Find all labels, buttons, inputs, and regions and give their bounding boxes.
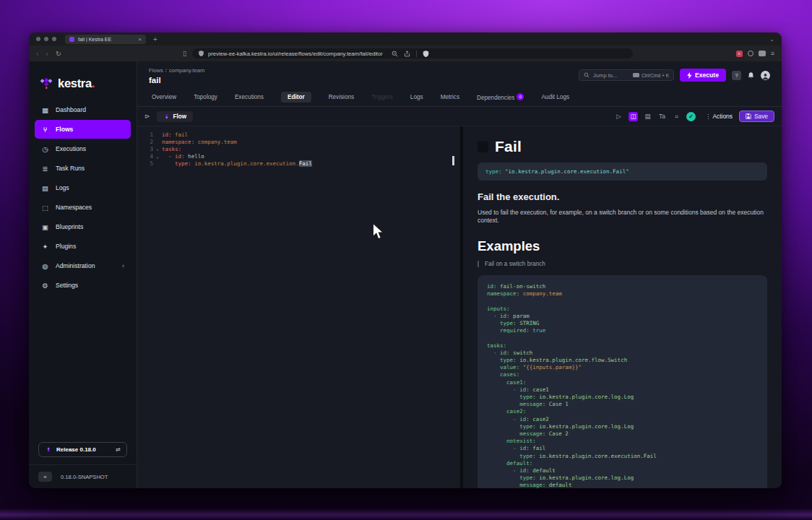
browser-profile-icon[interactable] <box>759 51 766 56</box>
editor-line: 3⌄tasks: <box>137 145 460 152</box>
code-token: Case 2 <box>545 430 569 437</box>
user-avatar[interactable] <box>761 71 770 80</box>
flow-tabbar: OverviewTopologyExecutionsEditorRevision… <box>137 87 782 107</box>
example-code-line <box>487 298 758 305</box>
release-label: Release 0.18.0 <box>56 446 96 453</box>
tab-overview-chevron-icon[interactable]: ⌄ <box>769 36 774 43</box>
flow-file-tab[interactable]: Flow <box>157 111 194 122</box>
topology-view-icon[interactable]: ⌗ <box>672 112 681 121</box>
tab-logs[interactable]: Logs <box>410 94 423 100</box>
sidebar-item-plugins[interactable]: ✦Plugins <box>35 237 131 256</box>
notifications-bell-icon[interactable] <box>747 72 755 79</box>
execute-button[interactable]: Execute <box>680 69 726 82</box>
validation-status-icon[interactable]: ✓ <box>686 112 696 121</box>
search-input[interactable]: Jump to... Ctrl/Cmd + K <box>579 69 674 81</box>
no-code-view-icon[interactable]: Ta <box>657 112 667 121</box>
split-view-icon[interactable]: ◫ <box>629 112 638 121</box>
actions-button[interactable]: ⋮Actions <box>705 113 733 120</box>
extension-icon[interactable]: ⌗ <box>736 51 743 57</box>
switch-release-icon[interactable]: ⇄ <box>116 446 121 453</box>
dependencies-count-badge: 0 <box>517 93 524 100</box>
doc-view-icon[interactable]: ▤ <box>643 112 652 121</box>
breadcrumb-namespace[interactable]: company.team <box>169 67 204 74</box>
keyboard-icon <box>633 73 639 77</box>
code-token: type: <box>519 474 536 481</box>
example-code-line: message: Case 2 <box>487 430 758 438</box>
example-code-line: default: <box>487 460 758 467</box>
tab-triggers[interactable]: Triggers <box>371 94 393 100</box>
code-token: tasks: <box>162 146 181 152</box>
tab-dependencies[interactable]: Dependencies0 <box>477 93 524 101</box>
close-tab-icon[interactable]: × <box>138 36 142 43</box>
minimize-window-button[interactable] <box>44 37 48 41</box>
window-controls[interactable] <box>36 37 56 41</box>
address-bar[interactable]: preview-ee-kafka.kestra.io/ui/release/fl… <box>192 48 633 58</box>
example-code-line: inputs: <box>487 306 758 313</box>
new-tab-button[interactable]: + <box>153 35 157 43</box>
code-token: io.kestra.plugin.core.execution.Fail <box>536 453 657 459</box>
collapse-sidebar-button[interactable]: « <box>38 472 52 482</box>
code-token: io.kestra.plugin.core.log.Log <box>536 423 634 430</box>
code-token: id: <box>162 131 172 138</box>
sidebar-item-logs[interactable]: ▤Logs <box>35 178 131 197</box>
maximize-window-button[interactable] <box>52 37 56 41</box>
example-code-line: - id: param <box>487 313 758 320</box>
code-token <box>487 482 519 488</box>
code-token: id: <box>487 283 497 290</box>
code-token <box>487 320 500 326</box>
code-token: io.kestra.plugin.core.log.Log <box>536 394 634 400</box>
kestra-logo[interactable]: kestra. <box>39 76 126 90</box>
line-content: - id: hello <box>162 153 204 160</box>
save-button[interactable]: Save <box>739 110 774 122</box>
fold-caret-icon[interactable]: ⌄ <box>153 146 162 152</box>
page-header: Flows/company.team fail Jump to... Ctrl/… <box>137 61 782 84</box>
code-token <box>487 453 519 459</box>
dashboard-icon: ▦ <box>41 106 49 114</box>
fold-caret-icon[interactable]: ⌄ <box>153 154 162 160</box>
tab-revisions[interactable]: Revisions <box>329 94 355 100</box>
tab-topology[interactable]: Topology <box>194 94 217 100</box>
code-editor[interactable]: 1 id: fail2 namespace: company.team3⌄tas… <box>137 126 460 488</box>
code-token: type: <box>175 160 191 167</box>
files-panel-toggle-icon[interactable]: ⊳ <box>144 113 150 120</box>
code-token <box>487 460 506 467</box>
sidebar-item-task-runs[interactable]: ≣Task Runs <box>35 159 131 178</box>
forward-button[interactable]: › <box>46 50 48 58</box>
back-button[interactable]: ‹ <box>36 50 38 58</box>
tab-editor[interactable]: Editor <box>281 92 311 103</box>
sidebar-item-blueprints[interactable]: ▣Blueprints <box>35 217 131 236</box>
share-icon[interactable] <box>404 51 410 57</box>
code-token: id: <box>519 445 530 451</box>
sidebar-item-administration[interactable]: ◍Administration› <box>35 256 131 275</box>
tab-overview[interactable]: Overview <box>152 94 176 100</box>
sidebar-item-dashboard[interactable]: ▦Dashboard <box>35 100 131 119</box>
reader-mode-icon[interactable]: ▯ <box>183 50 186 57</box>
code-token: - <box>487 350 500 356</box>
sidebar-item-flows[interactable]: ⑂Flows <box>35 120 131 139</box>
breadcrumb-flows[interactable]: Flows <box>149 67 163 74</box>
example-code-block[interactable]: id: fail-on-switchnamespace: company.tea… <box>478 275 767 488</box>
sidebar-item-label: Namespaces <box>56 204 92 211</box>
reload-button[interactable]: ↻ <box>56 50 61 58</box>
actions-dots-icon: ⋮ <box>705 113 711 120</box>
close-window-button[interactable] <box>36 37 40 41</box>
doc-summary: Fail the execution. <box>478 191 767 202</box>
sidebar-item-settings[interactable]: ⚙Settings <box>35 276 131 295</box>
tab-metrics[interactable]: Metrics <box>441 94 459 100</box>
zoom-page-icon[interactable] <box>392 51 398 57</box>
sidebar-item-namespaces[interactable]: ⬚Namespaces <box>35 198 131 217</box>
sidebar-item-executions[interactable]: ◷Executions <box>35 139 131 158</box>
browser-menu-icon[interactable]: ≡ <box>771 50 774 57</box>
code-view-icon[interactable]: ▷ <box>614 112 623 121</box>
code-token: Fail <box>299 160 312 167</box>
tab-audit-logs[interactable]: Audit Logs <box>541 94 569 100</box>
privacy-shield-icon[interactable] <box>423 51 429 57</box>
tab-executions[interactable]: Executions <box>235 94 264 100</box>
help-button[interactable]: ? <box>732 71 741 80</box>
code-token: - <box>162 153 175 160</box>
browser-tab[interactable]: fail | Kestra EE × <box>65 35 146 44</box>
doc-description: Used to fail the execution, for example,… <box>478 209 767 225</box>
extensions-icon[interactable] <box>748 51 753 56</box>
code-token: fail <box>172 131 189 138</box>
release-selector[interactable]: Release 0.18.0 ⇄ <box>38 442 127 457</box>
